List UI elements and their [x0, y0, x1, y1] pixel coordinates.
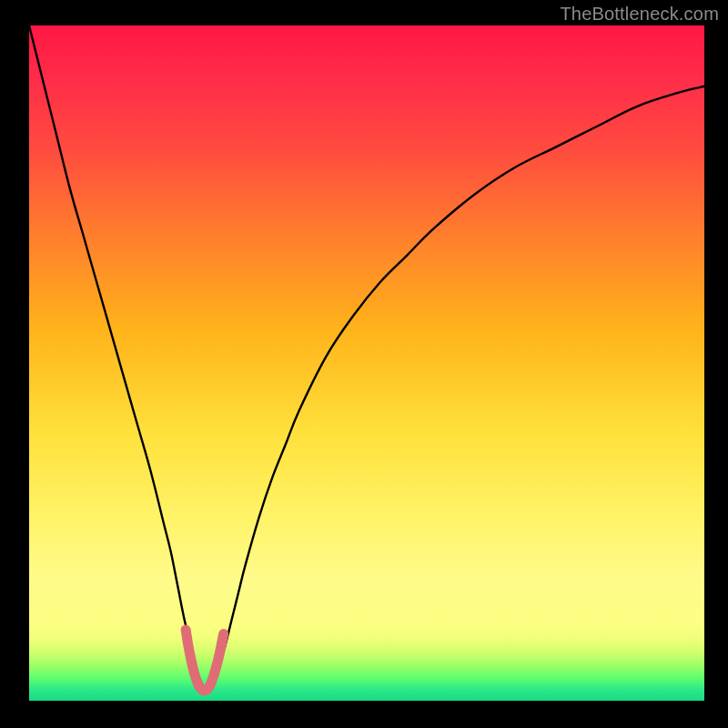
valley-highlight [186, 630, 224, 691]
watermark-text: TheBottleneck.com [560, 4, 719, 25]
curve-layer [29, 25, 704, 701]
plot-area [29, 25, 704, 701]
bottleneck-curve [29, 25, 704, 687]
chart-stage: TheBottleneck.com [0, 0, 728, 728]
